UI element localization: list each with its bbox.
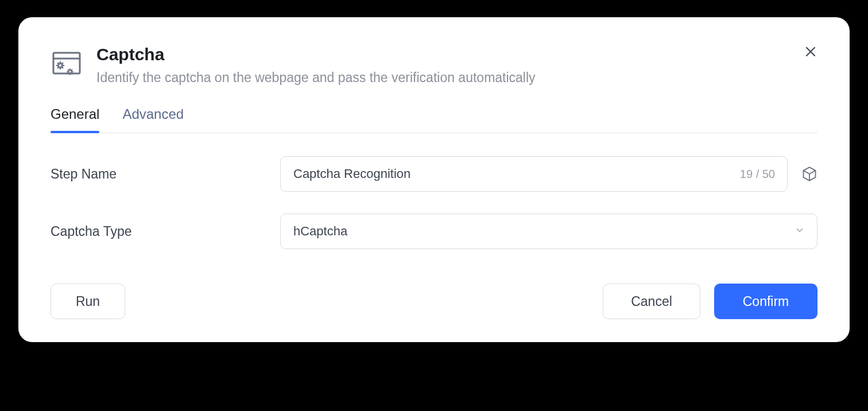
svg-line-20 [68,73,69,73]
cube-icon [801,166,817,182]
variable-picker-button[interactable] [801,166,817,182]
svg-line-11 [58,67,59,68]
captcha-type-value: hCaptcha [293,224,347,239]
close-button[interactable] [801,42,820,61]
step-name-input[interactable] [280,156,788,192]
tabs: General Advanced [51,106,817,133]
svg-line-21 [71,70,72,71]
captcha-type-label: Captcha Type [51,224,280,239]
step-name-char-count: 19 / 50 [740,168,775,181]
modal-title: Captcha [96,45,817,64]
svg-line-19 [71,73,72,73]
modal-footer: Run Cancel Confirm [51,284,817,319]
modal-subtitle: Identify the captcha on the webpage and … [96,70,817,86]
step-name-label: Step Name [51,166,280,182]
svg-line-10 [62,67,63,68]
run-button[interactable]: Run [51,284,125,319]
close-icon [804,45,817,59]
tab-general[interactable]: General [51,106,99,133]
svg-line-18 [68,70,69,71]
row-captcha-type: Captcha Type hCaptcha [51,214,817,249]
tab-advanced[interactable]: Advanced [122,106,184,133]
captcha-window-icon [51,48,83,80]
confirm-button[interactable]: Confirm [714,284,817,319]
svg-line-12 [62,63,63,64]
captcha-type-select[interactable]: hCaptcha [280,214,817,249]
modal-header: Captcha Identify the captcha on the webp… [51,45,817,86]
captcha-modal: Captcha Identify the captcha on the webp… [18,17,850,342]
svg-line-9 [58,63,59,64]
row-step-name: Step Name 19 / 50 [51,156,817,192]
cancel-button[interactable]: Cancel [603,284,700,319]
